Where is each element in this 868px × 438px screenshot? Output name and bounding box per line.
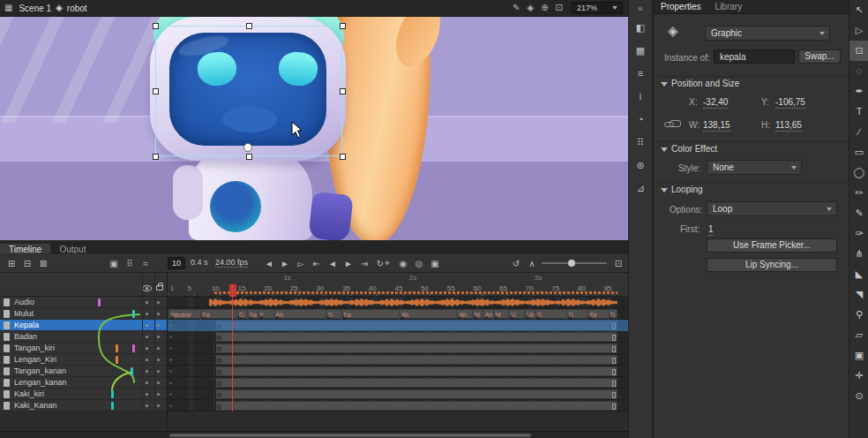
eyedropper-tool[interactable]: ⚲ <box>849 305 868 325</box>
color-effect-section-header[interactable]: Color Effect <box>654 141 849 155</box>
layer-visibility-dot[interactable] <box>146 393 148 396</box>
layer-track-lengan_kiri[interactable] <box>168 354 628 366</box>
bone-tool[interactable]: ⋔ <box>849 244 868 264</box>
playhead-head[interactable] <box>229 284 236 297</box>
instance-name-field[interactable]: kepala <box>714 49 795 64</box>
reset-timeline-zoom-button[interactable]: ↺ <box>510 259 522 268</box>
symbol-breadcrumb[interactable]: robot <box>67 4 87 13</box>
hand-tool[interactable]: ✛ <box>849 366 868 386</box>
looping-section-header[interactable]: Looping <box>654 182 849 196</box>
collapse-panels-icon[interactable]: « <box>632 3 649 13</box>
current-frame-box[interactable]: 10 <box>168 257 185 269</box>
timeline-frames-area[interactable]: 1s2s3s1510152025303540455055606570758085… <box>168 273 628 412</box>
mouth-keyframe[interactable]: Ah <box>483 310 483 320</box>
zoom-select[interactable]: 217% <box>572 2 623 14</box>
style-select[interactable]: None <box>707 160 802 175</box>
layer-lock-dot[interactable] <box>157 301 160 304</box>
constrain-link-icon[interactable] <box>664 122 674 127</box>
zoom-out-button[interactable]: ∧ <box>526 259 538 268</box>
prev-keyframe-button[interactable]: ◄ <box>326 259 339 268</box>
mouth-keyframe[interactable]: M <box>472 310 473 320</box>
symbol-type-select[interactable]: Graphic <box>705 26 830 41</box>
fit-frames-button[interactable]: ⊡ <box>612 259 625 268</box>
center-frame-icon[interactable]: ⊕ <box>541 0 548 16</box>
layer-visibility-dot[interactable] <box>146 359 148 361</box>
pen-tool[interactable]: ✒ <box>849 81 868 102</box>
first-frame-value[interactable]: 1 <box>708 224 714 236</box>
layer-lock-dot[interactable] <box>157 347 160 350</box>
text-tool[interactable]: T <box>849 102 868 122</box>
lasso-tool[interactable]: ◌ <box>849 61 868 81</box>
go-first-frame-button[interactable]: ⇤ <box>311 259 323 268</box>
transform-point[interactable] <box>243 143 252 152</box>
go-last-frame-button[interactable]: ⇥ <box>358 259 370 268</box>
layer-lock-dot[interactable] <box>157 336 160 338</box>
parenting-view-icon[interactable]: ⠿ <box>123 259 136 268</box>
frame-rate[interactable]: 24.00 fps <box>215 258 248 268</box>
mouth-keyframe[interactable]: Ah <box>456 310 457 320</box>
layer-track-audio[interactable] <box>168 297 628 308</box>
scene-breadcrumb[interactable]: Scene 1 <box>19 4 51 13</box>
layer-visibility-dot[interactable] <box>146 324 148 327</box>
clip-content-icon[interactable]: ⊡ <box>556 0 563 16</box>
zoom-slider-thumb[interactable] <box>568 260 575 267</box>
color-panel-icon[interactable]: ◔ <box>632 110 649 128</box>
timeline-zoom-slider[interactable] <box>542 262 607 264</box>
layer-track-kepala[interactable] <box>168 320 628 331</box>
mouth-keyframe[interactable]: D <box>566 310 567 320</box>
transform-handle-n[interactable] <box>246 23 252 29</box>
scrollbar-thumb[interactable] <box>169 434 531 437</box>
paint-bucket-tool[interactable]: ◣ <box>849 264 868 284</box>
layer-visibility-dot[interactable] <box>146 404 148 407</box>
layer-lock-dot[interactable] <box>157 370 160 373</box>
selection-tool[interactable]: ↖ <box>849 0 868 20</box>
mouth-keyframe[interactable]: Ee <box>200 310 201 320</box>
layer-lock-dot[interactable] <box>157 393 160 396</box>
y-value[interactable]: -106,75 <box>775 97 805 109</box>
transform-handle-w[interactable] <box>153 88 159 94</box>
swatches-panel-icon[interactable]: ▦ <box>632 42 649 59</box>
stage-canvas[interactable] <box>0 17 628 240</box>
use-frame-picker-button[interactable]: Use Frame Picker... <box>707 238 837 253</box>
layer-visibility-dot[interactable] <box>146 370 148 373</box>
mouth-keyframe[interactable]: D <box>326 310 326 320</box>
scene-clapper-icon[interactable]: ▦ <box>4 0 12 16</box>
delete-layer-button[interactable]: ⊠ <box>37 259 49 268</box>
transform-handle-se[interactable] <box>340 154 346 160</box>
mouth-keyframe[interactable]: U <box>508 310 509 320</box>
stats-panel-icon[interactable]: ⊿ <box>632 179 649 197</box>
align-panel-icon[interactable]: ≡ <box>632 64 649 82</box>
mouth-keyframe[interactable]: Ee <box>247 310 248 320</box>
position-size-section-header[interactable]: Position and Size <box>654 76 849 90</box>
eye-column-icon[interactable] <box>142 285 152 291</box>
layer-track-kaki_kanan[interactable] <box>168 400 628 412</box>
rectangle-tool[interactable]: ▭ <box>849 142 868 162</box>
new-layer-button[interactable]: ⊞ <box>5 259 18 268</box>
ink-bottle-tool[interactable]: ◥ <box>849 284 868 305</box>
timeline-scrollbar[interactable] <box>0 431 628 438</box>
layer-visibility-dot[interactable] <box>146 301 148 304</box>
snippets-panel-icon[interactable]: ⠿ <box>632 133 649 151</box>
layer-track-lengan_kanan[interactable] <box>168 377 628 389</box>
mouth-keyframe[interactable]: Ee <box>341 310 342 320</box>
mouth-keyframe[interactable]: Ah <box>399 310 400 320</box>
line-tool[interactable]: ∕ <box>849 122 868 142</box>
w-value[interactable]: 138,15 <box>703 120 730 132</box>
mouth-keyframe[interactable]: M <box>493 310 494 320</box>
transform-handle-nw[interactable] <box>153 23 159 29</box>
h-value[interactable]: 113,65 <box>775 120 802 132</box>
play-range-button[interactable]: ► <box>342 259 355 268</box>
zoom-tool[interactable]: ⊙ <box>849 386 868 406</box>
transform-handle-s[interactable] <box>246 154 252 160</box>
layer-track-tangan_kiri[interactable] <box>168 343 628 354</box>
x-value[interactable]: -32,40 <box>703 97 728 109</box>
mouth-keyframe[interactable]: Uh <box>524 310 525 320</box>
paint-brush-tool[interactable]: ✑ <box>849 223 868 244</box>
layer-visibility-dot[interactable] <box>146 381 148 384</box>
edit-multiple-frames-button[interactable]: ▣ <box>429 259 441 268</box>
camera-toggle-icon[interactable]: ▣ <box>108 259 120 268</box>
step-forward-button[interactable]: ▻ <box>295 259 307 268</box>
layer-track-kaki_kiri[interactable] <box>168 389 628 400</box>
info-panel-icon[interactable]: i <box>632 87 649 105</box>
edit-scene-icon[interactable]: ✎ <box>513 0 520 16</box>
